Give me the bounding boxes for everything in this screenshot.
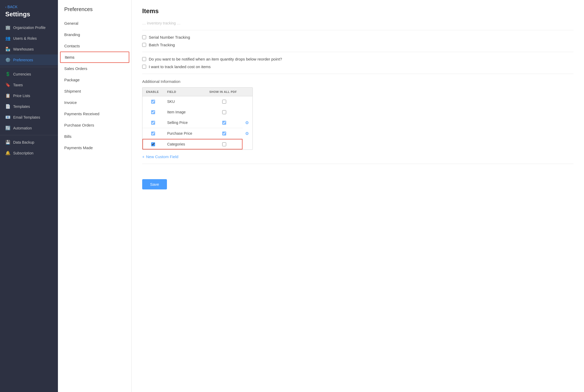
sidebar-label-taxes: Taxes	[13, 83, 23, 87]
pdf-checkbox-categories[interactable]	[222, 142, 226, 146]
pdf-checkbox-sku[interactable]	[222, 100, 226, 104]
sidebar-label-currencies: Currencies	[13, 72, 31, 76]
enable-checkbox-sku[interactable]	[151, 100, 155, 104]
back-button[interactable]: ‹ BACK	[0, 0, 58, 10]
sidebar-item-data-backup[interactable]: 💾Data Backup	[0, 137, 58, 148]
menu-item-items[interactable]: Items	[60, 52, 129, 63]
middle-menu: GeneralBrandingContactsItemsSales Orders…	[58, 18, 131, 153]
checkbox-label-landed-cost: I want to track landed cost on items	[149, 64, 211, 69]
enable-cell-selling-price	[142, 118, 164, 128]
currencies-icon: 💲	[5, 72, 11, 77]
users-roles-icon: 👥	[5, 36, 11, 41]
table-row-wrapper-sku: SKU	[142, 96, 253, 107]
enable-cell-sku	[142, 97, 164, 107]
notification-checkboxes: Do you want to be notified when an item …	[142, 57, 573, 69]
pdf-cell-sku	[206, 97, 242, 107]
enable-cell-item-image	[142, 107, 164, 117]
gear-icon-purchase-price[interactable]: ⚙	[245, 131, 249, 136]
faded-description: … inventory tracking …	[142, 21, 573, 25]
checkbox-batch-tracking[interactable]	[142, 43, 146, 47]
sidebar-label-price-lists: Price Lists	[13, 94, 30, 98]
sidebar-item-price-lists[interactable]: 📋Price Lists	[0, 90, 58, 101]
enable-checkbox-selling-price[interactable]	[151, 121, 155, 125]
sidebar-item-email-templates[interactable]: 📧Email Templates	[0, 112, 58, 123]
enable-checkbox-categories[interactable]	[151, 142, 155, 146]
divider-1	[142, 30, 573, 30]
pdf-cell-selling-price	[206, 118, 242, 128]
menu-item-branding[interactable]: Branding	[58, 29, 131, 40]
sidebar-item-warehouses[interactable]: 🏪Warehouses	[0, 44, 58, 54]
sidebar-label-email-templates: Email Templates	[13, 115, 40, 119]
middle-panel: Preferences GeneralBrandingContactsItems…	[58, 0, 132, 392]
checkbox-serial-tracking[interactable]	[142, 35, 146, 39]
save-button[interactable]: Save	[142, 179, 167, 189]
checkbox-row-reorder-notify: Do you want to be notified when an item …	[142, 57, 573, 61]
sidebar-label-users-roles: Users & Roles	[13, 36, 37, 41]
sidebar-item-preferences[interactable]: ⚙️Preferences	[0, 54, 58, 65]
sidebar-label-templates: Templates	[13, 104, 30, 109]
table-row-wrapper-selling-price: Selling Price⚙	[142, 117, 253, 128]
enable-checkbox-purchase-price[interactable]	[151, 132, 155, 135]
gear-icon-selling-price[interactable]: ⚙	[245, 120, 249, 125]
preferences-icon: ⚙️	[5, 57, 11, 62]
menu-item-general[interactable]: General	[58, 18, 131, 29]
sidebar-label-org-profile: Organization Profile	[13, 26, 46, 30]
additional-info-label: Additional Information	[142, 79, 573, 84]
data-backup-icon: 💾	[5, 140, 11, 145]
enable-cell-purchase-price	[142, 128, 164, 139]
menu-item-bills[interactable]: Bills	[58, 131, 131, 142]
sidebar-item-taxes[interactable]: 🔖Taxes	[0, 79, 58, 90]
sidebar-nav: 🏢Organization Profile👥Users & Roles🏪Ware…	[0, 22, 58, 158]
table-header-2: SHOW IN ALL PDF	[206, 88, 242, 96]
sidebar-item-templates[interactable]: 📄Templates	[0, 101, 58, 112]
new-custom-field-button[interactable]: + New Custom Field	[142, 154, 573, 159]
table-row-categories: Categories	[142, 139, 242, 149]
main-content: Items … inventory tracking … Serial Numb…	[132, 0, 584, 392]
table-row-purchase-price: Purchase Price	[142, 128, 242, 139]
sidebar-item-subscription[interactable]: 🔔Subscription	[0, 148, 58, 158]
checkbox-reorder-notify[interactable]	[142, 57, 146, 61]
checkbox-row-batch-tracking: Batch Tracking	[142, 43, 573, 47]
enable-cell-categories	[142, 139, 164, 149]
checkbox-label-serial-tracking: Serial Number Tracking	[149, 35, 190, 39]
sidebar-label-preferences: Preferences	[13, 58, 33, 62]
field-cell-categories: Categories	[164, 139, 206, 149]
table-row-sku: SKU	[142, 96, 242, 107]
menu-item-package[interactable]: Package	[58, 74, 131, 86]
info-table: ENABLEFIELDSHOW IN ALL PDFSKUItem ImageS…	[142, 87, 253, 150]
sidebar-item-org-profile[interactable]: 🏢Organization Profile	[0, 22, 58, 33]
pdf-checkbox-item-image[interactable]	[222, 110, 226, 114]
pdf-cell-categories	[206, 139, 242, 149]
sidebar-item-automation[interactable]: 🔄Automation	[0, 123, 58, 133]
sidebar-item-users-roles[interactable]: 👥Users & Roles	[0, 33, 58, 44]
templates-icon: 📄	[5, 104, 11, 109]
divider-after-preferences	[0, 67, 58, 67]
menu-item-contacts[interactable]: Contacts	[58, 40, 131, 52]
sidebar-item-currencies[interactable]: 💲Currencies	[0, 69, 58, 79]
menu-item-sales-orders[interactable]: Sales Orders	[58, 63, 131, 74]
new-custom-field-label: New Custom Field	[146, 154, 179, 159]
checkbox-row-landed-cost: I want to track landed cost on items	[142, 64, 573, 69]
checkbox-row-serial-tracking: Serial Number Tracking	[142, 35, 573, 39]
menu-item-shipment[interactable]: Shipment	[58, 86, 131, 97]
sidebar-label-subscription: Subscription	[13, 151, 33, 155]
back-arrow-icon: ‹	[5, 5, 6, 9]
additional-info-table: ENABLEFIELDSHOW IN ALL PDFSKUItem ImageS…	[142, 87, 573, 150]
enable-checkbox-item-image[interactable]	[151, 110, 155, 114]
checkbox-landed-cost[interactable]	[142, 65, 146, 69]
pdf-checkbox-selling-price[interactable]	[222, 121, 226, 125]
table-header-1: FIELD	[164, 88, 206, 96]
back-label: BACK	[7, 5, 17, 9]
menu-item-payments-received[interactable]: Payments Received	[58, 108, 131, 119]
taxes-icon: 🔖	[5, 82, 11, 87]
divider-after-automation	[0, 135, 58, 135]
table-row-wrapper-item-image: Item Image	[142, 107, 253, 117]
menu-item-payments-made[interactable]: Payments Made	[58, 142, 131, 153]
menu-item-purchase-orders[interactable]: Purchase Orders	[58, 119, 131, 131]
menu-item-invoice[interactable]: Invoice	[58, 97, 131, 108]
field-cell-sku: SKU	[164, 96, 206, 107]
table-row-wrapper-purchase-price: Purchase Price⚙	[142, 128, 253, 139]
page-title: Items	[142, 7, 573, 15]
pdf-checkbox-purchase-price[interactable]	[222, 132, 226, 135]
middle-panel-title: Preferences	[58, 0, 131, 18]
